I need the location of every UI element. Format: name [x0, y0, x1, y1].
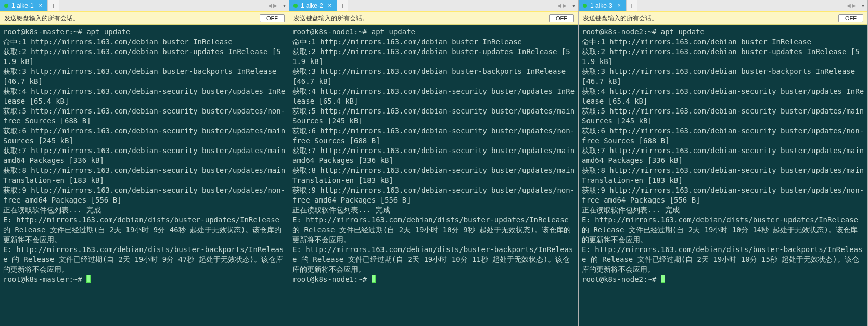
- terminal-output[interactable]: root@k8s-node2:~# apt update 命中:1 http:/…: [579, 25, 867, 326]
- terminal-body: 命中:1 http://mirrors.163.com/debian buste…: [292, 37, 578, 273]
- broadcast-bar: 发送键盘输入的所有会话。 OFF: [579, 11, 867, 25]
- broadcast-off-button[interactable]: OFF: [260, 14, 285, 22]
- plus-icon: +: [630, 2, 634, 10]
- terminal-pane-3: 1 aike-3 × + ◀ ▶ ▾ 发送键盘输入的所有会话。 OFF root…: [579, 0, 868, 326]
- tab-aike-3[interactable]: 1 aike-3 ×: [579, 0, 626, 11]
- close-icon[interactable]: ×: [616, 2, 623, 9]
- tab-aike-1[interactable]: 1 aike-1 ×: [0, 0, 47, 11]
- close-icon[interactable]: ×: [326, 2, 334, 9]
- tab-dropdown[interactable]: ▾: [279, 0, 289, 11]
- terminal-body: 命中:1 http://mirrors.163.com/debian buste…: [3, 37, 289, 273]
- terminal-pane-1: 1 aike-1 × + ◀ ▶ ▾ 发送键盘输入的所有会话。 OFF root…: [0, 0, 289, 326]
- status-dot-icon: [293, 4, 298, 8]
- chevron-right-icon[interactable]: ▶: [563, 3, 567, 8]
- chevron-left-icon[interactable]: ◀: [557, 3, 561, 8]
- tab-nav-arrows: ◀ ▶: [266, 0, 279, 11]
- broadcast-message: 发送键盘输入的所有会话。: [583, 14, 834, 23]
- tab-dropdown[interactable]: ▾: [858, 0, 867, 11]
- status-dot-icon: [4, 4, 8, 8]
- broadcast-bar: 发送键盘输入的所有会话。 OFF: [289, 11, 578, 25]
- chevron-down-icon: ▾: [862, 3, 864, 8]
- tabbar: 1 aike-2 × + ◀ ▶ ▾: [289, 0, 578, 11]
- new-tab-button[interactable]: +: [47, 0, 59, 11]
- tab-label: 1 aike-2: [301, 2, 323, 9]
- terminal-body: 命中:1 http://mirrors.163.com/debian buste…: [582, 37, 867, 273]
- tab-label: 1 aike-3: [590, 2, 612, 9]
- status-dot-icon: [583, 4, 587, 8]
- plus-icon: +: [51, 2, 55, 10]
- terminal-line: root@k8s-node2:~# apt update: [582, 28, 705, 36]
- broadcast-off-button[interactable]: OFF: [549, 14, 574, 22]
- chevron-right-icon[interactable]: ▶: [852, 3, 856, 8]
- new-tab-button[interactable]: +: [626, 0, 637, 11]
- terminal-output[interactable]: root@k8s-node1:~# apt update 命中:1 http:/…: [289, 25, 578, 326]
- terminal-output[interactable]: root@k8s-master:~# apt update 命中:1 http:…: [0, 25, 289, 326]
- terminal-pane-2: 1 aike-2 × + ◀ ▶ ▾ 发送键盘输入的所有会话。 OFF root…: [289, 0, 579, 326]
- terminal-prompt: root@k8s-node2:~#: [582, 275, 661, 283]
- tab-nav-arrows: ◀ ▶: [845, 0, 858, 11]
- chevron-down-icon: ▾: [283, 3, 286, 8]
- terminal-prompt: root@k8s-node1:~#: [292, 275, 372, 283]
- broadcast-bar: 发送键盘输入的所有会话。 OFF: [0, 11, 289, 25]
- broadcast-off-button[interactable]: OFF: [838, 14, 863, 22]
- tab-label: 1 aike-1: [11, 2, 34, 9]
- tab-nav-arrows: ◀ ▶: [555, 0, 569, 11]
- new-tab-button[interactable]: +: [337, 0, 348, 11]
- terminal-line: root@k8s-node1:~# apt update: [292, 28, 415, 36]
- cursor-icon: [86, 275, 91, 283]
- tabbar: 1 aike-3 × + ◀ ▶ ▾: [579, 0, 867, 11]
- terminal-prompt: root@k8s-master:~#: [3, 275, 86, 283]
- broadcast-message: 发送键盘输入的所有会话。: [293, 14, 545, 23]
- close-icon[interactable]: ×: [37, 2, 44, 9]
- tab-dropdown[interactable]: ▾: [569, 0, 578, 11]
- broadcast-message: 发送键盘输入的所有会话。: [4, 14, 256, 23]
- chevron-down-icon: ▾: [572, 3, 575, 8]
- chevron-left-icon[interactable]: ◀: [847, 3, 851, 8]
- plus-icon: +: [340, 2, 344, 10]
- tabbar: 1 aike-1 × + ◀ ▶ ▾: [0, 0, 289, 11]
- tabbar-spacer: [59, 0, 266, 11]
- cursor-icon: [661, 275, 665, 283]
- tab-aike-2[interactable]: 1 aike-2 ×: [289, 0, 337, 11]
- tabbar-spacer: [637, 0, 845, 11]
- chevron-left-icon[interactable]: ◀: [268, 3, 272, 8]
- tabbar-spacer: [348, 0, 555, 11]
- terminal-line: root@k8s-master:~# apt update: [3, 28, 130, 36]
- chevron-right-icon[interactable]: ▶: [273, 3, 277, 8]
- cursor-icon: [372, 275, 376, 283]
